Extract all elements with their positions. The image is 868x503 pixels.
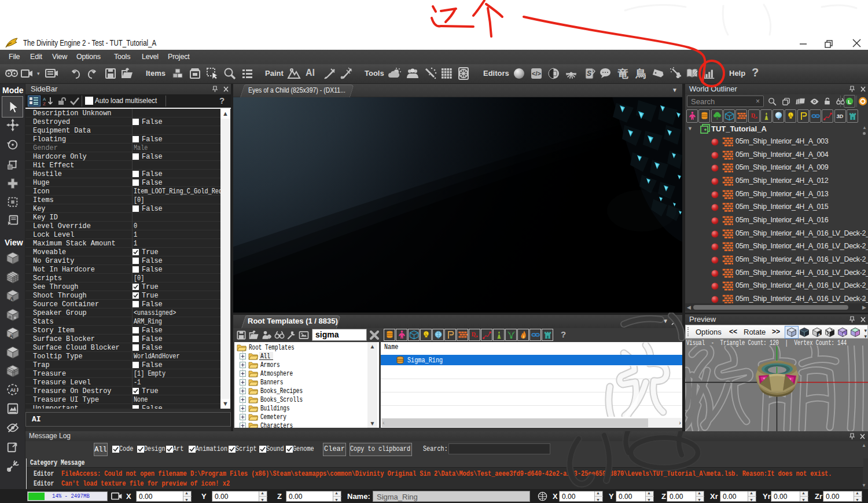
svg-text:A: A <box>10 296 14 302</box>
svg-text:Z: Z <box>43 101 46 107</box>
svg-text:竜: 竜 <box>617 68 629 80</box>
svg-text:3D: 3D <box>836 113 843 119</box>
svg-text:A: A <box>9 333 13 339</box>
svg-text:鳥: 鳥 <box>635 68 647 80</box>
svg-text:A: A <box>818 333 821 336</box>
svg-text:A: A <box>843 333 845 336</box>
svg-text:AI: AI <box>10 387 15 393</box>
svg-text:L: L <box>848 99 851 105</box>
svg-text:</>: </> <box>532 70 541 77</box>
